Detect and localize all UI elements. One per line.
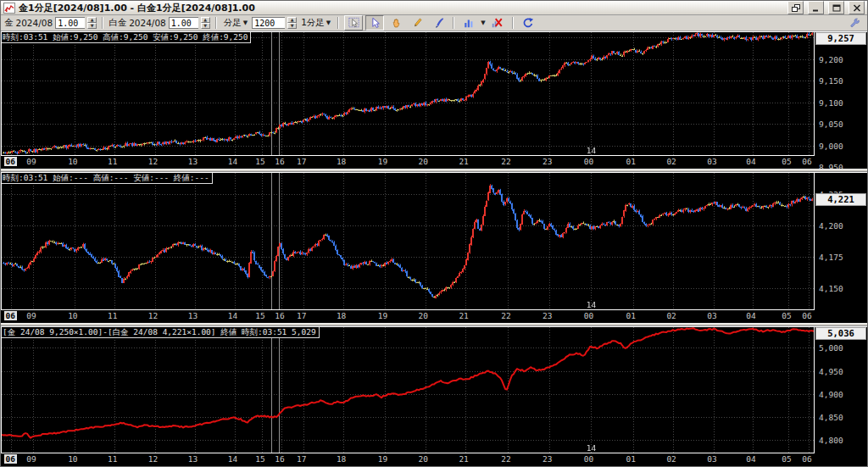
time-axis-label: 17 [297,454,306,464]
time-axis-label: 14 [228,454,237,464]
platinum-time-axis[interactable]: 0609101112131415161718192021222300010203… [1,310,815,323]
date-marker: 14 [587,146,596,155]
time-axis-label: 21 [459,454,468,464]
time-axis-label: 11 [108,454,117,464]
time-axis-label: 23 [542,157,552,166]
time-axis-label: 18 [337,311,346,320]
time-axis-label: 04 [746,454,755,464]
toolbar-separator [337,17,339,29]
time-axis-label: 10 [68,454,77,464]
brush-tool-button[interactable] [429,15,448,31]
time-axis-label: 01 [626,311,636,320]
gold-label: 金 [4,17,14,29]
select-tool-button[interactable] [365,15,384,31]
chart-style-button[interactable] [459,15,478,31]
gold-candlestick-plot[interactable]: 時刻:03:51 始値:9,250 高値:9,250 安値:9,250 終値:9… [1,31,815,156]
time-axis-label: 03 [707,157,716,166]
bar-count-stepper[interactable]: ▲▼ [287,17,297,29]
y-axis-tick-label: 4,850 [819,413,843,422]
platinum-candlestick-plot[interactable]: 時刻:03:51 始値:--- 高値:--- 安値:--- 終値:--- 14 [1,172,815,310]
time-axis-label: 18 [337,454,346,464]
time-axis-label: 04 [746,157,755,166]
time-axis-label: 16 [275,311,284,320]
time-axis-label: 14 [228,157,237,166]
time-axis-label: 05 [782,157,791,166]
time-axis-label: 12 [148,454,158,464]
pan-tool-button[interactable] [387,15,405,31]
time-axis-label: 13 [188,311,198,320]
title-bar[interactable]: 金1分足[2024/08]1.00 - 白金1分足[2024/08]1.00 [1,1,867,15]
platinum-multiplier-input[interactable] [169,17,198,29]
spread-line-plot[interactable]: [金 24/08 9,250×1.00]-[白金 24/08 4,221×1.0… [1,326,815,453]
platinum-price-axis[interactable]: 4,2254,2004,1754,1504,221 [815,172,867,323]
current-price-box: 5,036 [815,327,866,340]
platinum-month-label: 2024/08 [129,18,166,28]
spread-line-canvas[interactable] [2,327,814,453]
time-axis-label: 06 [4,454,17,464]
interval-dropdown[interactable]: 1分足▼ [299,17,332,29]
cursor-tool-button[interactable] [344,15,363,31]
maximize-icon [832,4,841,12]
minimize-icon [812,4,821,12]
time-axis-label: 06 [802,157,811,166]
chevron-down-icon: ▼ [243,19,248,26]
refresh-icon [521,17,534,29]
time-axis-label: 09 [26,157,36,166]
chart-window: 金1分足[2024/08]1.00 - 白金1分足[2024/08]1.00 [0,0,868,467]
refresh-button[interactable] [519,15,537,31]
cursor-info-icon [348,17,360,29]
gold-multiplier-input[interactable] [55,17,85,29]
y-axis-tick-label: 9,000 [819,142,843,151]
spread-chart-panel: [金 24/08 9,250×1.00]-[白金 24/08 4,221×1.0… [1,326,867,466]
time-axis-label: 12 [148,157,158,166]
brush-icon [432,17,445,29]
minimize-button[interactable] [808,1,824,14]
hand-icon [390,17,403,29]
time-axis-label: 21 [459,157,468,166]
time-axis-label: 18 [337,157,346,166]
window-chart-icon [3,3,15,14]
pencil-tool-button[interactable] [408,15,426,31]
cascade-icon [792,4,800,12]
spread-time-axis[interactable]: 0609101112131415161718192021222300010203… [1,453,815,466]
time-axis-label: 00 [584,157,593,166]
bar-type-dropdown[interactable]: 分足▼ [222,17,249,29]
date-marker: 14 [587,300,596,309]
time-axis-label: 03 [707,311,716,320]
settings-button[interactable] [845,15,864,31]
time-axis-label: 23 [542,454,552,464]
close-icon [853,4,861,12]
current-price-box: 4,221 [815,193,866,206]
y-axis-tick-label: 9,100 [819,98,843,108]
bar-count-input[interactable] [252,17,285,29]
close-button[interactable] [849,1,865,14]
time-axis-label: 21 [459,311,468,320]
time-axis-label: 11 [108,311,117,320]
gold-candlestick-canvas[interactable] [2,32,814,155]
gold-price-axis[interactable]: 9,2009,1509,1009,0509,0008,9509,257 [815,31,867,169]
platinum-multiplier-stepper[interactable]: ▲▼ [201,17,210,29]
date-marker: 14 [587,443,596,453]
y-axis-tick-label: 8,950 [819,163,843,169]
gold-time-axis[interactable]: 0609101112131415161718192021222300010203… [1,156,815,169]
maximize-button[interactable] [828,1,844,14]
time-axis-label: 16 [275,454,284,464]
wrench-icon [849,17,861,29]
platinum-chart-panel: 時刻:03:51 始値:--- 高値:--- 安値:--- 終値:--- 14 … [1,172,867,323]
spread-price-axis[interactable]: 5,0004,9504,9004,8504,8005,036 [815,326,867,466]
time-axis-label: 06 [802,311,811,320]
time-axis-label: 06 [802,454,811,464]
time-axis-label: 17 [297,311,306,320]
chevron-down-icon[interactable]: ▼ [481,19,485,26]
cascade-window-button[interactable] [787,1,804,14]
y-axis-tick-label: 4,900 [819,390,843,399]
delete-drawing-button[interactable] [488,15,507,31]
gold-multiplier-stepper[interactable]: ▲▼ [87,17,97,29]
time-axis-label: 23 [542,311,552,320]
platinum-info-line: 時刻:03:51 始値:--- 高値:--- 安値:--- 終値:--- [2,173,213,184]
chevron-down-icon: ▼ [326,19,331,26]
platinum-candlestick-canvas[interactable] [2,173,814,309]
time-axis-label: 00 [584,454,593,464]
time-axis-label: 22 [501,157,510,166]
gold-month-label: 2024/08 [16,18,53,28]
